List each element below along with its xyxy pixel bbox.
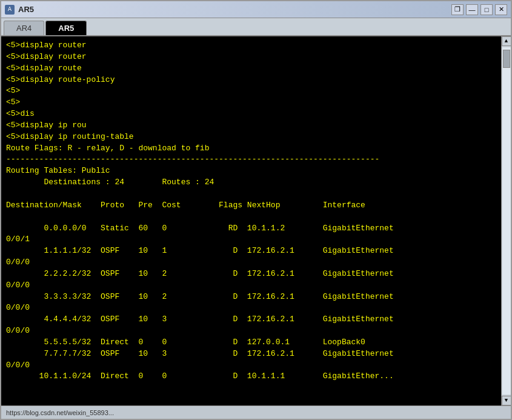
- scroll-down-button[interactable]: ▼: [502, 396, 511, 405]
- terminal-wrapper: <5>display router <5>display router <5>d…: [1, 36, 511, 405]
- scroll-thumb[interactable]: [503, 50, 510, 68]
- restore-button[interactable]: ❐: [451, 4, 464, 15]
- tab-ar5[interactable]: AR5: [45, 21, 87, 35]
- status-bar: https://blog.csdn.net/weixin_55893...: [1, 405, 511, 419]
- scroll-up-button[interactable]: ▲: [502, 36, 511, 46]
- app-icon: A: [5, 5, 15, 15]
- window-title: AR5: [18, 5, 34, 14]
- minimize-button[interactable]: —: [466, 4, 478, 15]
- tab-ar4[interactable]: AR4: [4, 21, 44, 35]
- maximize-button[interactable]: □: [480, 4, 493, 15]
- main-window: A AR5 ❐ — □ ✕ AR4 AR5 <5>display router …: [0, 0, 512, 420]
- title-controls: ❐ — □ ✕: [451, 4, 507, 15]
- terminal-output[interactable]: <5>display router <5>display router <5>d…: [1, 36, 501, 405]
- scroll-track: [502, 47, 511, 395]
- close-button[interactable]: ✕: [495, 4, 507, 15]
- tab-bar: AR4 AR5: [1, 18, 511, 36]
- status-url: https://blog.csdn.net/weixin_55893...: [6, 409, 114, 416]
- scrollbar[interactable]: ▲ ▼: [501, 36, 511, 405]
- title-bar: A AR5 ❐ — □ ✕: [1, 1, 511, 18]
- title-bar-left: A AR5: [5, 5, 34, 15]
